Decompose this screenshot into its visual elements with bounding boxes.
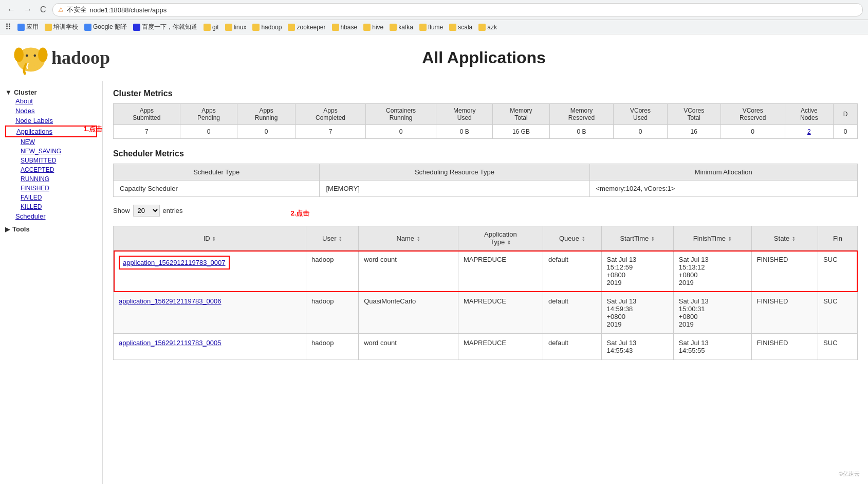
entries-select[interactable]: 10 20 25 50 100 <box>133 205 160 217</box>
bm-azk-label: azk <box>487 24 497 31</box>
app-id-1: application_1562912119783_0006 <box>114 292 306 334</box>
url-bar[interactable]: ⚠ 不安全 node1:18088/cluster/apps <box>52 3 863 16</box>
sidebar-finished[interactable]: FINISHED <box>5 184 97 193</box>
sidebar-submitted[interactable]: SUBMITTED <box>5 156 97 165</box>
sidebar-new[interactable]: NEW <box>5 137 97 147</box>
bm-google-icon <box>84 24 91 31</box>
col-app-type[interactable]: ApplicationType ⇕ <box>458 226 543 250</box>
bm-azk-icon <box>478 24 486 31</box>
sidebar-new-saving[interactable]: NEW_SAVING <box>5 147 97 156</box>
tools-label: Tools <box>12 225 30 233</box>
svg-point-5 <box>33 55 36 57</box>
bookmark-hive[interactable]: hive <box>363 24 383 31</box>
sidebar-killed[interactable]: KILLED <box>5 202 97 211</box>
bookmark-git[interactable]: git <box>204 24 219 31</box>
bm-git-label: git <box>212 24 219 31</box>
app-start-0: Sat Jul 1315:12:59+08002019 <box>601 250 673 292</box>
col-finish-time[interactable]: FinishTime ⇕ <box>673 226 751 250</box>
sidebar-nodes[interactable]: Nodes <box>5 106 97 116</box>
lock-icon: ⚠ <box>58 6 64 13</box>
val-apps-submitted: 7 <box>114 125 180 139</box>
col-apps-running: AppsRunning <box>237 104 296 125</box>
bookmark-scala[interactable]: scala <box>449 24 472 31</box>
app-finish-2: Sat Jul 1314:55:55 <box>673 334 751 360</box>
app-start-2: Sat Jul 1314:55:43 <box>601 334 673 360</box>
bookmark-linux[interactable]: linux <box>225 24 247 31</box>
sidebar-about[interactable]: About <box>5 96 97 106</box>
bookmark-zookeeper[interactable]: zookeeper <box>288 24 325 31</box>
app-row-0: application_1562912119783_0007 hadoop wo… <box>114 250 858 292</box>
cluster-label: Cluster <box>14 88 37 96</box>
bookmark-google[interactable]: Google 翻译 <box>84 23 127 31</box>
bm-kafka-icon <box>390 24 397 31</box>
app-row-2: application_1562912119783_0005 hadoop wo… <box>114 334 858 360</box>
col-vcores-reserved: VCoresReserved <box>721 104 785 125</box>
app-id-link-0[interactable]: application_1562912119783_0007 <box>119 256 230 270</box>
sidebar-accepted[interactable]: ACCEPTED <box>5 165 97 174</box>
col-apps-submitted: AppsSubmitted <box>114 104 180 125</box>
sidebar-running[interactable]: RUNNING <box>5 174 97 184</box>
app-id-link-2[interactable]: application_1562912119783_0005 <box>119 339 221 347</box>
bm-hive-label: hive <box>372 24 383 31</box>
val-memory-total: 16 GB <box>493 125 549 139</box>
lock-label: 不安全 <box>67 5 87 14</box>
show-label: Show <box>113 207 130 214</box>
col-user[interactable]: User ⇕ <box>306 226 359 250</box>
col-start-time[interactable]: StartTime ⇕ <box>601 226 673 250</box>
bm-flume-icon <box>419 24 427 31</box>
bm-baidu-label: 百度一下，你就知道 <box>142 23 197 31</box>
bookmark-hbase[interactable]: hbase <box>332 24 358 31</box>
cluster-arrow-icon: ▼ <box>5 88 12 96</box>
id-sort-icon: ⇕ <box>212 236 216 242</box>
col-memory-reserved: MemoryReserved <box>549 104 614 125</box>
name-sort-icon: ⇕ <box>416 236 420 242</box>
col-state[interactable]: State ⇕ <box>751 226 818 250</box>
val-memory-reserved: 0 B <box>549 125 614 139</box>
app-queue-1: default <box>543 292 601 334</box>
browser-bar: ← → C ⚠ 不安全 node1:18088/cluster/apps <box>0 0 868 20</box>
apps-grid-icon[interactable]: ⠿ <box>5 22 11 32</box>
bookmark-baidu[interactable]: 百度一下，你就知道 <box>133 23 197 31</box>
forward-button[interactable]: → <box>22 4 34 15</box>
col-queue[interactable]: Queue ⇕ <box>543 226 601 250</box>
app-name-1: QuasiMonteCarlo <box>359 292 458 334</box>
col-name[interactable]: Name ⇕ <box>359 226 458 250</box>
app-fin-1: SUC <box>818 292 858 334</box>
sidebar-failed[interactable]: FAILED <box>5 193 97 202</box>
queue-sort-icon: ⇕ <box>581 236 585 242</box>
step1-label: 1.点击 <box>83 124 102 134</box>
bm-hbase-icon <box>332 24 339 31</box>
app-id-link-1[interactable]: application_1562912119783_0006 <box>119 297 221 305</box>
bm-apps-icon <box>17 24 25 31</box>
cluster-section-title[interactable]: ▼ Cluster <box>5 88 97 96</box>
bookmark-school[interactable]: 培训学校 <box>45 23 78 31</box>
bookmark-azk[interactable]: azk <box>478 24 497 31</box>
entries-label: entries <box>163 207 183 214</box>
refresh-button[interactable]: C <box>38 4 48 15</box>
app-id-2: application_1562912119783_0005 <box>114 334 306 360</box>
sidebar-scheduler[interactable]: Scheduler <box>5 211 97 221</box>
col-id[interactable]: ID ⇕ <box>114 226 306 250</box>
bookmark-hadoop[interactable]: hadoop <box>252 24 282 31</box>
back-button[interactable]: ← <box>5 4 17 15</box>
col-vcores-used: VCoresUsed <box>614 104 667 125</box>
bookmark-apps[interactable]: 应用 <box>17 23 39 31</box>
bookmark-kafka[interactable]: kafka <box>390 24 413 31</box>
bm-hadoop-label: hadoop <box>261 24 282 31</box>
bm-zk-label: zookeeper <box>297 24 325 31</box>
col-d: D <box>834 104 858 125</box>
bm-apps-label: 应用 <box>26 23 39 31</box>
active-nodes-link[interactable]: 2 <box>807 128 811 135</box>
app-fin-0: SUC <box>818 250 858 292</box>
app-type-0: MAPREDUCE <box>458 250 543 292</box>
col-fin[interactable]: Fin <box>818 226 858 250</box>
tools-section[interactable]: ▶ Tools <box>0 223 102 235</box>
val-memory-used: 0 B <box>436 125 493 139</box>
bookmark-flume[interactable]: flume <box>419 24 443 31</box>
col-memory-used: MemoryUsed <box>436 104 493 125</box>
bm-flume-label: flume <box>428 24 443 31</box>
val-scheduler-type: Capacity Scheduler <box>114 181 320 197</box>
hadoop-logo-text: hadoop <box>51 47 110 68</box>
app-row-1: application_1562912119783_0006 hadoop Qu… <box>114 292 858 334</box>
bm-hive-icon <box>363 24 371 31</box>
